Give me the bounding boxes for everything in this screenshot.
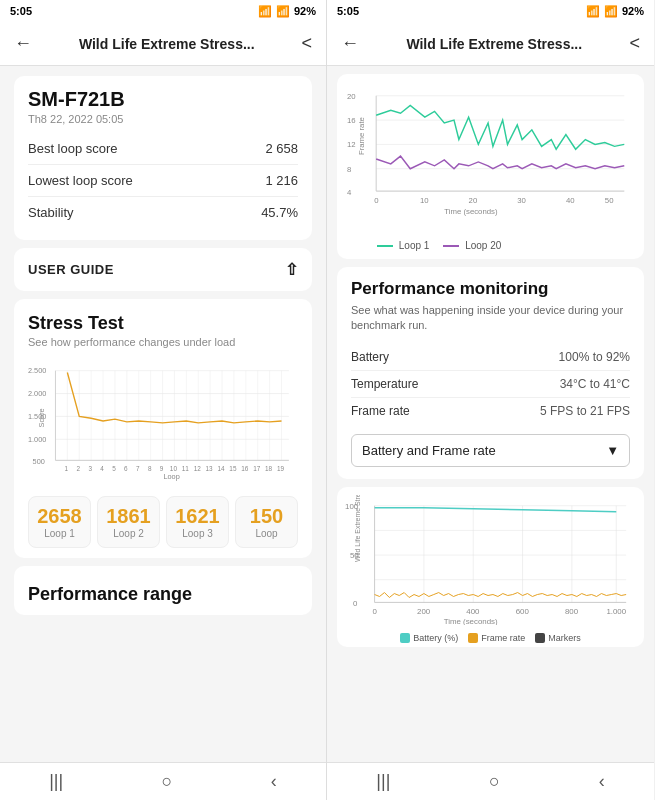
svg-text:14: 14 xyxy=(217,465,225,472)
right-content: 20 16 12 8 4 Frame rate 0 10 20 30 40 50… xyxy=(327,66,654,762)
loop-box: 1861Loop 2 xyxy=(97,496,160,548)
svg-text:10: 10 xyxy=(420,196,429,205)
loop-score-value: 150 xyxy=(242,505,291,528)
user-guide-share-icon: ⇧ xyxy=(285,260,299,279)
markers-legend-item: Markers xyxy=(535,633,581,644)
score-label: Lowest loop score xyxy=(28,173,133,188)
left-top-bar: ← Wild Life Extreme Stress... < xyxy=(0,22,326,66)
svg-text:4: 4 xyxy=(100,465,104,472)
right-status-time: 5:05 xyxy=(337,5,359,17)
left-top-title: Wild Life Extreme Stress... xyxy=(36,36,297,52)
score-row: Best loop score2 658 xyxy=(28,133,298,165)
svg-text:16: 16 xyxy=(241,465,249,472)
frame-rate-card: 20 16 12 8 4 Frame rate 0 10 20 30 40 50… xyxy=(337,74,644,259)
back-button[interactable]: ← xyxy=(10,33,36,54)
svg-text:16: 16 xyxy=(347,116,356,125)
perf-value: 100% to 92% xyxy=(559,350,630,364)
right-signal-icon: 📶 xyxy=(604,5,618,18)
svg-text:18: 18 xyxy=(265,465,273,472)
svg-text:2: 2 xyxy=(77,465,81,472)
stress-chart: 2.500 2.000 1.500 1.000 500 1 2 3 4 5 xyxy=(28,356,298,486)
svg-text:20: 20 xyxy=(347,92,356,101)
loop-box: 1621Loop 3 xyxy=(166,496,229,548)
svg-text:500: 500 xyxy=(33,457,45,466)
svg-text:1.000: 1.000 xyxy=(606,607,626,616)
svg-text:200: 200 xyxy=(417,607,431,616)
device-card: SM-F721B Th8 22, 2022 05:05 Best loop sc… xyxy=(14,76,312,240)
battery-dropdown[interactable]: Battery and Frame rate ▼ xyxy=(351,434,630,467)
right-top-bar: ← Wild Life Extreme Stress... < xyxy=(327,22,654,66)
right-nav-bar: ||| ○ ‹ xyxy=(327,762,654,800)
right-top-title: Wild Life Extreme Stress... xyxy=(363,36,625,52)
left-nav-back[interactable]: ‹ xyxy=(271,771,277,792)
loop-label: Loop xyxy=(242,528,291,539)
svg-text:15: 15 xyxy=(229,465,237,472)
stress-test-title: Stress Test xyxy=(28,313,298,334)
svg-text:8: 8 xyxy=(347,165,351,174)
loop-score-value: 1861 xyxy=(104,505,153,528)
svg-text:Time (seconds): Time (seconds) xyxy=(444,617,498,625)
loop-score-value: 2658 xyxy=(35,505,84,528)
svg-text:4: 4 xyxy=(347,188,352,197)
loop-score-value: 1621 xyxy=(173,505,222,528)
right-battery-pct: 92% xyxy=(622,5,644,17)
svg-text:2.000: 2.000 xyxy=(28,389,46,398)
frame-rate-chart-svg: 20 16 12 8 4 Frame rate 0 10 20 30 40 50… xyxy=(347,84,634,234)
right-share-button[interactable]: < xyxy=(625,33,644,54)
stress-test-card: Stress Test See how performance changes … xyxy=(14,299,312,558)
right-back-button[interactable]: ← xyxy=(337,33,363,54)
perf-key: Temperature xyxy=(351,377,418,391)
scores-container: Best loop score2 658Lowest loop score1 2… xyxy=(28,133,298,228)
svg-text:30: 30 xyxy=(517,196,526,205)
score-value: 45.7% xyxy=(261,205,298,220)
right-status-right: 📶 📶 92% xyxy=(586,5,644,18)
svg-text:1: 1 xyxy=(65,465,69,472)
battery-chart-legend: Battery (%) Frame rate Markers xyxy=(345,633,636,644)
stress-chart-svg: 2.500 2.000 1.500 1.000 500 1 2 3 4 5 xyxy=(28,356,298,486)
signal-icon: 📶 xyxy=(276,5,290,18)
right-nav-menu[interactable]: ||| xyxy=(376,771,390,792)
svg-text:6: 6 xyxy=(124,465,128,472)
svg-text:19: 19 xyxy=(277,465,285,472)
loop-label: Loop 3 xyxy=(173,528,222,539)
user-guide-row[interactable]: USER GUIDE ⇧ xyxy=(14,248,312,291)
svg-text:400: 400 xyxy=(466,607,480,616)
battery-chart-card: 100 50 0 Wild Life Extreme Stress Test 0… xyxy=(337,487,644,648)
svg-text:0: 0 xyxy=(374,196,379,205)
svg-text:5: 5 xyxy=(112,465,116,472)
chevron-down-icon: ▼ xyxy=(606,443,619,458)
svg-text:50: 50 xyxy=(605,196,614,205)
perf-rows-container: Battery100% to 92%Temperature34°C to 41°… xyxy=(351,344,630,424)
perf-mon-card: Performance monitoring See what was happ… xyxy=(337,267,644,479)
svg-text:Wild Life Extreme Stress Test: Wild Life Extreme Stress Test xyxy=(354,495,361,562)
left-status-time: 5:05 xyxy=(10,5,32,17)
loop-box: 150Loop xyxy=(235,496,298,548)
right-status-bar: 5:05 📶 📶 92% xyxy=(327,0,654,22)
perf-key: Frame rate xyxy=(351,404,410,418)
loop20-legend: Loop 20 xyxy=(443,240,501,251)
left-nav-home[interactable]: ○ xyxy=(162,771,173,792)
svg-text:8: 8 xyxy=(148,465,152,472)
perf-value: 5 FPS to 21 FPS xyxy=(540,404,630,418)
battery-legend-item: Battery (%) xyxy=(400,633,458,644)
perf-mon-title: Performance monitoring xyxy=(351,279,630,299)
left-nav-menu[interactable]: ||| xyxy=(49,771,63,792)
loop-box: 2658Loop 1 xyxy=(28,496,91,548)
svg-text:0: 0 xyxy=(373,607,378,616)
svg-text:3: 3 xyxy=(88,465,92,472)
right-nav-home[interactable]: ○ xyxy=(489,771,500,792)
loop1-legend: Loop 1 xyxy=(377,240,429,251)
svg-text:17: 17 xyxy=(253,465,261,472)
wifi-icon: 📶 xyxy=(258,5,272,18)
svg-text:20: 20 xyxy=(469,196,478,205)
user-guide-label: USER GUIDE xyxy=(28,262,114,277)
share-button-left[interactable]: < xyxy=(297,33,316,54)
perf-key: Battery xyxy=(351,350,389,364)
left-status-bar: 5:05 📶 📶 92% xyxy=(0,0,326,22)
score-row: Lowest loop score1 216 xyxy=(28,165,298,197)
device-name: SM-F721B xyxy=(28,88,298,111)
right-nav-back[interactable]: ‹ xyxy=(599,771,605,792)
svg-text:0: 0 xyxy=(353,599,358,608)
frame-chart-legend: Loop 1 Loop 20 xyxy=(347,238,634,253)
svg-text:7: 7 xyxy=(136,465,140,472)
